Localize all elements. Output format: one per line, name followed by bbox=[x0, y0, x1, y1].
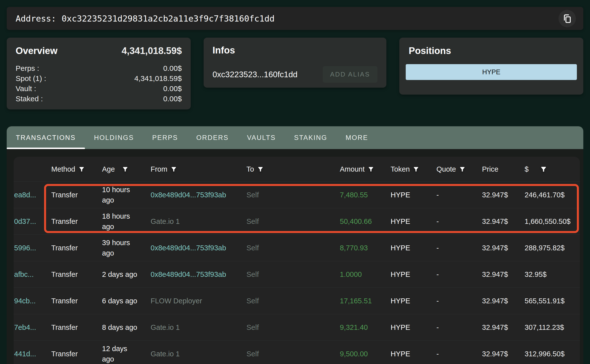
tx-hash-link[interactable]: 7eb4... bbox=[14, 323, 36, 331]
col-quote-label: Quote bbox=[436, 165, 456, 173]
token-cell: HYPE bbox=[391, 217, 436, 226]
quote-cell: - bbox=[436, 297, 482, 305]
price-cell: 32.947$ bbox=[482, 270, 525, 279]
filter-icon[interactable] bbox=[257, 166, 264, 173]
col-age-label: Age bbox=[102, 165, 115, 173]
table-row: 94cb... Transfer 6 days ago FLOW Deploye… bbox=[14, 287, 580, 314]
amount-cell: 9,321.40 bbox=[340, 323, 391, 332]
age-cell: 12 days ago bbox=[102, 343, 139, 364]
col-usd: $ bbox=[525, 165, 580, 173]
transactions-table: Method Age From To Amount Token bbox=[14, 157, 580, 364]
to-cell: Self bbox=[246, 191, 340, 199]
filter-icon[interactable] bbox=[459, 166, 466, 173]
price-cell: 32.947$ bbox=[482, 244, 525, 252]
filter-icon[interactable] bbox=[170, 166, 177, 173]
quote-cell: - bbox=[436, 323, 482, 332]
method-cell: Transfer bbox=[51, 323, 102, 332]
table-row: 0d37... Transfer 18 hours ago Gate.io 1 … bbox=[14, 208, 580, 234]
table-row: 7eb4... Transfer 8 days ago Gate.io 1 Se… bbox=[14, 314, 580, 340]
price-cell: 32.947$ bbox=[482, 297, 525, 305]
tx-hash-link[interactable]: afbc... bbox=[14, 270, 34, 278]
filter-icon[interactable] bbox=[78, 166, 85, 173]
usd-cell: 565,551.91$ bbox=[525, 297, 580, 305]
age-cell: 2 days ago bbox=[102, 269, 139, 280]
tx-hash-link[interactable]: 94cb... bbox=[14, 297, 36, 305]
table-row: 5996... Transfer 39 hours ago 0x8e489d04… bbox=[14, 234, 580, 261]
staked-value: 0.00$ bbox=[163, 94, 182, 104]
table-header-row: Method Age From To Amount Token bbox=[14, 157, 580, 182]
tab-staking[interactable]: STAKING bbox=[285, 126, 336, 149]
from-label: Gate.io 1 bbox=[151, 350, 180, 358]
method-cell: Transfer bbox=[51, 297, 102, 305]
tab-vaults[interactable]: VAULTS bbox=[238, 126, 285, 149]
copy-icon bbox=[562, 13, 572, 24]
overview-card: Overview 4,341,018.59$ Perps : 0.00$ Spo… bbox=[7, 38, 191, 109]
col-age: Age bbox=[102, 165, 151, 173]
age-cell: 10 hours ago bbox=[102, 184, 139, 205]
vault-value: 0.00$ bbox=[163, 83, 182, 94]
from-label: Gate.io 1 bbox=[151, 323, 180, 331]
from-address-link[interactable]: 0x8e489d04...753f93ab bbox=[151, 270, 226, 278]
filter-icon[interactable] bbox=[413, 166, 419, 173]
vault-label: Vault : bbox=[16, 83, 36, 94]
age-cell: 18 hours ago bbox=[102, 211, 139, 232]
quote-cell: - bbox=[436, 270, 482, 279]
overview-row-perps: Perps : 0.00$ bbox=[16, 63, 182, 73]
overview-row-spot: Spot (1) : 4,341,018.59$ bbox=[16, 73, 182, 83]
col-quote: Quote bbox=[436, 165, 482, 173]
quote-cell: - bbox=[436, 217, 482, 226]
filter-icon[interactable] bbox=[540, 166, 547, 173]
table-row: 441d... Transfer 12 days ago Gate.io 1 S… bbox=[14, 340, 580, 364]
add-alias-button[interactable]: ADD ALIAS bbox=[323, 66, 377, 83]
age-cell: 8 days ago bbox=[102, 322, 139, 333]
col-method: Method bbox=[51, 165, 102, 173]
usd-cell: 288,975.82$ bbox=[525, 244, 580, 252]
col-from-label: From bbox=[151, 165, 167, 173]
amount-cell: 50,400.66 bbox=[340, 217, 391, 226]
filter-icon[interactable] bbox=[368, 166, 374, 173]
from-address-link[interactable]: 0x8e489d04...753f93ab bbox=[151, 244, 226, 252]
token-cell: HYPE bbox=[391, 244, 436, 252]
amount-cell: 17,165.51 bbox=[340, 297, 391, 305]
tab-orders[interactable]: ORDERS bbox=[187, 126, 238, 149]
price-cell: 32.947$ bbox=[482, 191, 525, 199]
col-to: To bbox=[246, 165, 340, 173]
summary-cards: Overview 4,341,018.59$ Perps : 0.00$ Spo… bbox=[7, 38, 583, 109]
amount-cell: 7,480.55 bbox=[340, 191, 391, 199]
method-cell: Transfer bbox=[51, 244, 102, 252]
positions-card: Positions HYPE bbox=[399, 38, 583, 95]
perps-value: 0.00$ bbox=[163, 63, 182, 73]
to-cell: Self bbox=[246, 244, 340, 252]
tx-hash-link[interactable]: 0d37... bbox=[14, 217, 36, 225]
overview-title: Overview bbox=[16, 46, 57, 56]
token-cell: HYPE bbox=[391, 191, 436, 199]
from-address-link[interactable]: 0x8e489d04...753f93ab bbox=[151, 191, 226, 199]
tab-transactions[interactable]: TRANSACTIONS bbox=[7, 126, 85, 149]
tab-more[interactable]: MORE bbox=[336, 126, 377, 149]
positions-title: Positions bbox=[409, 46, 577, 56]
filter-icon[interactable] bbox=[122, 166, 129, 173]
col-amount: Amount bbox=[340, 165, 391, 173]
col-token-label: Token bbox=[391, 165, 410, 173]
position-token-hype[interactable]: HYPE bbox=[406, 64, 577, 80]
token-cell: HYPE bbox=[391, 297, 436, 305]
tab-perps[interactable]: PERPS bbox=[143, 126, 187, 149]
tx-hash-link[interactable]: ea8d... bbox=[14, 191, 36, 199]
usd-cell: 246,461.70$ bbox=[525, 191, 580, 199]
col-to-label: To bbox=[246, 165, 254, 173]
tx-hash-link[interactable]: 441d... bbox=[14, 350, 36, 358]
copy-address-button[interactable] bbox=[559, 10, 576, 27]
age-cell: 6 days ago bbox=[102, 296, 139, 306]
tab-holdings[interactable]: HOLDINGS bbox=[85, 126, 143, 149]
perps-label: Perps : bbox=[16, 63, 39, 73]
token-cell: HYPE bbox=[391, 350, 436, 358]
quote-cell: - bbox=[436, 244, 482, 252]
col-amount-label: Amount bbox=[340, 165, 365, 173]
spot-label: Spot (1) : bbox=[16, 73, 46, 83]
amount-cell: 9,500.00 bbox=[340, 350, 391, 358]
usd-cell: 1,660,550.50$ bbox=[525, 217, 580, 226]
price-cell: 32.947$ bbox=[482, 217, 525, 226]
tx-hash-link[interactable]: 5996... bbox=[14, 244, 36, 252]
table-row: afbc... Transfer 2 days ago 0x8e489d04..… bbox=[14, 261, 580, 287]
address-bar: Address:0xc32235231d29831a2cb2a11e3f9c7f… bbox=[7, 7, 583, 30]
